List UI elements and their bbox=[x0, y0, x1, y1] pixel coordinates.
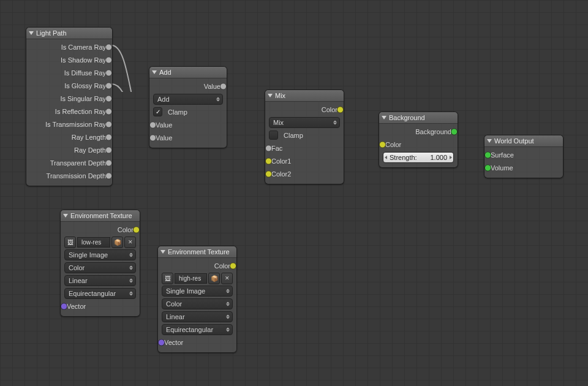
node-header[interactable]: Add bbox=[149, 67, 227, 78]
node-background[interactable]: Background Background Color Strength: 1.… bbox=[379, 112, 458, 168]
socket-out[interactable] bbox=[105, 134, 112, 140]
pack-button[interactable] bbox=[111, 237, 123, 248]
select-value: Color bbox=[166, 300, 182, 308]
clamp-label: Clamp bbox=[281, 132, 306, 139]
updown-icon bbox=[226, 314, 230, 319]
node-title: Add bbox=[159, 67, 172, 78]
caret-right-icon bbox=[450, 156, 452, 159]
in-label: Surface bbox=[488, 151, 516, 159]
updown-icon bbox=[129, 291, 133, 295]
socket-out[interactable] bbox=[105, 146, 112, 153]
collapse-icon[interactable] bbox=[29, 31, 34, 35]
socket-out[interactable] bbox=[105, 56, 112, 63]
interpolation-select[interactable]: Linear bbox=[64, 275, 136, 286]
socket-out[interactable] bbox=[133, 226, 140, 233]
socket-in[interactable] bbox=[484, 151, 491, 158]
interpolation-select[interactable]: Linear bbox=[162, 311, 233, 322]
out-label: Is Singular Ray bbox=[58, 95, 108, 102]
in-label: Value bbox=[153, 134, 175, 142]
out-label: Is Glossy Ray bbox=[62, 82, 108, 89]
select-value: Equirectangular bbox=[166, 326, 213, 333]
socket-out[interactable] bbox=[105, 44, 112, 50]
unlink-button[interactable] bbox=[124, 237, 136, 248]
node-title: Environment Texture bbox=[168, 246, 230, 257]
updown-icon bbox=[226, 289, 230, 293]
image-name-field[interactable]: high-res bbox=[175, 273, 207, 284]
select-value: Linear bbox=[166, 313, 185, 320]
node-env-tex-1[interactable]: Environment Texture Color low-res Single… bbox=[60, 210, 140, 317]
socket-out[interactable] bbox=[451, 128, 458, 135]
select-value: Color bbox=[69, 264, 85, 271]
socket-out[interactable] bbox=[105, 82, 112, 89]
socket-in[interactable] bbox=[265, 145, 272, 151]
updown-icon bbox=[129, 252, 133, 257]
out-label: Is Reflection Ray bbox=[53, 108, 108, 115]
node-header[interactable]: Environment Texture bbox=[158, 246, 236, 258]
node-math-add[interactable]: Add Value Add Clamp Value Value bbox=[149, 66, 227, 148]
socket-in[interactable] bbox=[158, 339, 165, 346]
socket-out[interactable] bbox=[105, 95, 112, 102]
socket-out[interactable] bbox=[230, 262, 236, 269]
socket-out[interactable] bbox=[105, 108, 112, 115]
image-browse-button[interactable] bbox=[162, 273, 173, 284]
collapse-icon[interactable] bbox=[152, 70, 157, 74]
pack-button[interactable] bbox=[208, 273, 220, 284]
node-header[interactable]: Environment Texture bbox=[61, 210, 140, 222]
node-header[interactable]: Light Path bbox=[26, 28, 112, 39]
color-space-select[interactable]: Color bbox=[162, 298, 233, 309]
socket-out[interactable] bbox=[105, 159, 112, 166]
socket-in[interactable] bbox=[484, 164, 491, 171]
socket-in[interactable] bbox=[265, 170, 272, 177]
node-env-tex-2[interactable]: Environment Texture Color high-res Singl… bbox=[157, 246, 237, 353]
in-label: Value bbox=[153, 121, 175, 129]
collapse-icon[interactable] bbox=[268, 94, 273, 97]
socket-in[interactable] bbox=[61, 303, 67, 309]
updown-icon bbox=[216, 97, 220, 101]
node-world-output[interactable]: World Output Surface Volume bbox=[484, 135, 564, 178]
node-light-path[interactable]: Light Path Is Camera Ray Is Shadow Ray I… bbox=[26, 27, 113, 186]
socket-out[interactable] bbox=[105, 172, 112, 179]
updown-icon bbox=[129, 278, 133, 282]
node-title: Environment Texture bbox=[70, 210, 132, 221]
out-label: Background bbox=[413, 128, 454, 135]
updown-icon bbox=[226, 327, 230, 331]
socket-in[interactable] bbox=[379, 141, 386, 148]
projection-select[interactable]: Equirectangular bbox=[64, 288, 136, 299]
strength-field[interactable]: Strength: 1.000 bbox=[383, 152, 454, 163]
unlink-button[interactable] bbox=[221, 273, 233, 284]
image-type-select[interactable]: Single Image bbox=[64, 249, 136, 260]
collapse-icon[interactable] bbox=[160, 250, 165, 254]
image-name: high-res bbox=[179, 275, 201, 282]
out-label: Transparent Depth bbox=[48, 159, 108, 167]
socket-in[interactable] bbox=[265, 157, 272, 164]
socket-in[interactable] bbox=[149, 121, 156, 128]
out-label: Is Camera Ray bbox=[59, 44, 108, 51]
image-name: low-res bbox=[81, 239, 101, 246]
node-mix[interactable]: Mix Color Mix Clamp Fac Color1 Color2 bbox=[265, 89, 344, 184]
clamp-checkbox[interactable] bbox=[269, 131, 278, 140]
image-name-field[interactable]: low-res bbox=[77, 237, 110, 248]
socket-out[interactable] bbox=[105, 121, 112, 127]
color-space-select[interactable]: Color bbox=[64, 262, 136, 273]
socket-out[interactable] bbox=[105, 69, 112, 76]
in-label: Color bbox=[383, 141, 404, 148]
socket-out[interactable] bbox=[337, 106, 344, 113]
image-browse-button[interactable] bbox=[64, 237, 76, 248]
clamp-checkbox[interactable] bbox=[153, 107, 162, 116]
node-header[interactable]: Background bbox=[379, 112, 458, 124]
socket-out[interactable] bbox=[220, 83, 227, 89]
node-header[interactable]: Mix bbox=[265, 90, 344, 102]
collapse-icon[interactable] bbox=[63, 214, 68, 218]
socket-in[interactable] bbox=[149, 134, 156, 141]
in-label: Vector bbox=[64, 303, 88, 310]
in-label: Color2 bbox=[269, 170, 293, 178]
node-title: Light Path bbox=[36, 28, 67, 39]
collapse-icon[interactable] bbox=[487, 139, 492, 143]
operation-select[interactable]: Add bbox=[153, 94, 223, 105]
out-label: Ray Length bbox=[69, 134, 108, 141]
collapse-icon[interactable] bbox=[382, 116, 386, 119]
image-type-select[interactable]: Single Image bbox=[162, 286, 233, 297]
projection-select[interactable]: Equirectangular bbox=[162, 324, 233, 335]
node-header[interactable]: World Output bbox=[484, 135, 563, 147]
blend-select[interactable]: Mix bbox=[269, 117, 340, 128]
